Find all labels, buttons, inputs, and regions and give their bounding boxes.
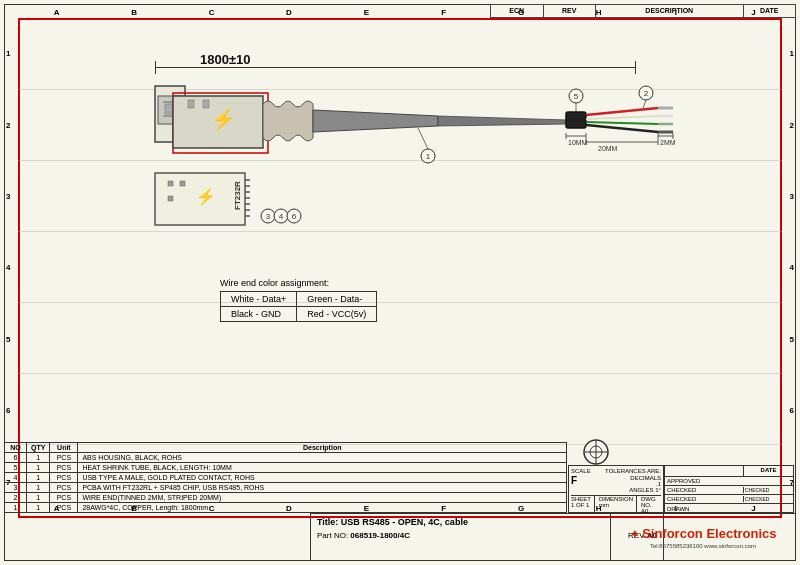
svg-text:4: 4	[279, 212, 284, 221]
wire-color-title: Wire end color assignment:	[220, 278, 377, 288]
svg-text:6: 6	[292, 212, 297, 221]
title-text: Title: USB RS485 - OPEN, 4C, cable	[317, 517, 657, 527]
svg-rect-4	[168, 181, 173, 186]
wire-cell-1b: Green - Data-	[297, 292, 377, 307]
drawn-row: DRAWN	[665, 504, 793, 513]
svg-text:2MM: 2MM	[660, 139, 676, 146]
svg-rect-3	[165, 104, 173, 114]
parts-header-row: NO QTY Unit Description	[5, 443, 567, 453]
sheet-value: 1 OF 1	[571, 502, 591, 508]
svg-text:3: 3	[266, 212, 271, 221]
svg-text:5: 5	[574, 92, 579, 101]
col-e-top: E	[328, 8, 405, 17]
svg-line-53	[418, 128, 428, 149]
col-qty: QTY	[27, 443, 50, 453]
col-c-top: C	[173, 8, 250, 17]
part-row-2: 2 1 PCS WIRE END(TINNED 2MM, STRIPED 20M…	[5, 493, 567, 503]
wire-color-table: White - Data+ Green - Data- Black - GND …	[220, 291, 377, 322]
company-box: ✦ Sinforcon Electronics Tel:867558523610…	[610, 513, 796, 561]
svg-rect-20	[203, 100, 209, 108]
col-unit: Unit	[50, 443, 78, 453]
approvals-box: DATE APPROVED CHECKED CHECKED CHECKED CH…	[664, 465, 794, 513]
rev-label: REV	[544, 5, 597, 17]
wire-cell-1a: White - Data+	[221, 292, 297, 307]
svg-line-23	[586, 122, 658, 124]
part-row-1: 1 1 PCS 28AWG*4C, COPPER, Length: 1800mm	[5, 503, 567, 513]
part-row-4: 4 1 PCS USB TYPE A MALE, GOLD PLATED CON…	[5, 473, 567, 483]
description-label: DESCRIPTION	[596, 5, 744, 17]
part-row-5: 5 1 PCS HEAT SHRINK TUBE, BLACK, LENGTH:…	[5, 463, 567, 473]
wire-cell-2a: Black - GND	[221, 307, 297, 322]
part-no-label: Part NO:	[317, 531, 348, 540]
ecn-label: ECN	[491, 5, 544, 17]
part-row-6: 6 1 PCS ABS HOUSING, BLACK, ROHS	[5, 453, 567, 463]
svg-line-22	[586, 116, 658, 119]
svg-text:20MM: 20MM	[598, 145, 618, 152]
col-d-top: D	[250, 8, 327, 17]
company-website: Tel:8675585236100 www.sinforcon.com	[650, 543, 756, 549]
dimension-value: mm	[599, 502, 633, 508]
approved-row: APPROVED	[665, 477, 793, 486]
svg-rect-6	[180, 181, 185, 186]
checked-row-1: CHECKED CHECKED	[665, 486, 793, 495]
svg-text:⚡: ⚡	[211, 107, 236, 131]
svg-text:FT232R: FT232R	[233, 181, 242, 210]
row-labels-right: 1 2 3 4 5 6 7	[790, 18, 794, 518]
tolerances-label: TOLERANCES ARE:	[605, 468, 661, 474]
wire-row-2: Black - GND Red - VCC(5v)	[221, 307, 377, 322]
approval-header: DATE	[665, 466, 793, 477]
ecn-header: ECN REV DESCRIPTION DATE	[490, 4, 796, 18]
svg-rect-19	[188, 100, 194, 108]
svg-line-24	[586, 125, 658, 132]
svg-rect-5	[168, 196, 173, 201]
company-logo: ✦ Sinforcon Electronics	[630, 526, 777, 541]
col-b-top: B	[95, 8, 172, 17]
svg-text:1: 1	[426, 152, 431, 161]
col-f-top: F	[405, 8, 482, 17]
svg-text:2: 2	[644, 89, 649, 98]
wire-cell-2b: Red - VCC(5v)	[297, 307, 377, 322]
wire-row-1: White - Data+ Green - Data-	[221, 292, 377, 307]
wire-color-section: Wire end color assignment: White - Data+…	[220, 278, 377, 322]
svg-line-54	[643, 100, 646, 108]
parts-body: 6 1 PCS ABS HOUSING, BLACK, ROHS 5 1 PCS…	[5, 453, 567, 513]
part-row-3: 3 1 PCS PCBA WITH FT232RL + SP485 CHIP, …	[5, 483, 567, 493]
parts-table: NO QTY Unit Description 6 1 PCS ABS HOUS…	[4, 442, 567, 513]
svg-line-21	[586, 108, 658, 115]
scale-label: SCALE	[571, 468, 591, 474]
page: ECN REV DESCRIPTION DATE A B C D E F G H…	[0, 0, 800, 565]
svg-text:⚡: ⚡	[196, 187, 216, 206]
col-desc: Description	[78, 443, 567, 453]
part-no-value: 068519-1800/4C	[350, 531, 410, 540]
scale-box: SCALE TOLERANCES ARE: F DECIMALS .1 ANGL…	[568, 465, 664, 513]
heat-shrink	[566, 112, 586, 128]
svg-text:10MM: 10MM	[568, 139, 588, 146]
col-no: NO	[5, 443, 27, 453]
scale-value: F	[571, 475, 577, 493]
date-label: DATE	[744, 5, 796, 17]
col-a-top: A	[18, 8, 95, 17]
checked-row-2: CHECKED CHECKED	[665, 495, 793, 504]
